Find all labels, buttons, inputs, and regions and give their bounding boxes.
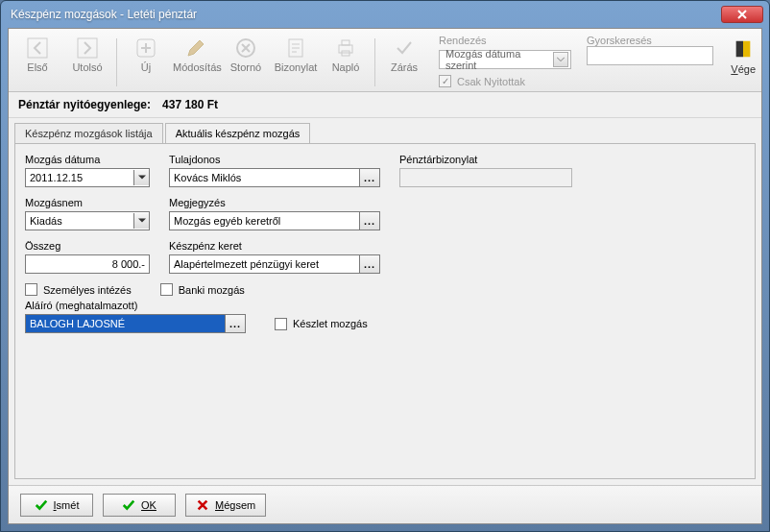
signer-lookup-button[interactable]: ...	[225, 314, 246, 333]
footer: Ismét OK Mégsem	[9, 485, 761, 523]
cancel-icon	[234, 36, 257, 60]
svg-rect-0	[28, 38, 47, 58]
svg-point-3	[237, 39, 254, 57]
again-button[interactable]: Ismét	[20, 494, 93, 517]
toolbar-close-label: Zárás	[391, 61, 418, 73]
stock-label: Készlet mozgás	[293, 318, 368, 329]
again-label: Ismét	[54, 499, 80, 511]
toolbar-edit-label: Módosítás	[173, 61, 222, 73]
titlebar: Készpénz mozgások - Letéti pénztár	[1, 1, 769, 28]
type-label: Mozgásnem	[25, 197, 150, 208]
date-label: Mozgás dátuma	[25, 154, 150, 165]
note-input[interactable]: Mozgás egyéb keretről	[169, 211, 359, 230]
amount-label: Összeg	[25, 240, 150, 252]
first-icon	[26, 36, 49, 60]
personal-checkbox[interactable]: Személyes intézés	[25, 283, 132, 296]
owner-value: Kovács Miklós	[174, 172, 241, 183]
tab-current[interactable]: Aktuális készpénz mozgás	[165, 123, 311, 144]
toolbar-new-label: Új	[141, 61, 151, 73]
toolbar-first-button[interactable]: Első	[14, 33, 60, 73]
chevron-down-icon	[133, 213, 149, 229]
x-red-icon	[196, 498, 209, 512]
receipt-icon	[284, 36, 307, 60]
toolbar-storno-button[interactable]: Stornó	[223, 33, 269, 73]
close-icon	[737, 10, 747, 19]
balance-label: Pénztár nyitóegyenlege:	[18, 98, 151, 111]
toolbar-last-label: Utolsó	[72, 61, 102, 73]
svg-rect-1	[78, 38, 97, 58]
note-lookup-button[interactable]: ...	[359, 211, 380, 230]
tabs: Készpénz mozgások listája Aktuális készp…	[9, 122, 761, 143]
date-value: 2011.12.15	[30, 172, 83, 183]
end-label: Vége	[731, 63, 756, 75]
receipt-readonly	[399, 168, 572, 187]
receipt-label: Pénztárbizonylat	[399, 154, 572, 165]
plus-icon	[134, 36, 157, 60]
quicksearch-input[interactable]	[587, 46, 713, 65]
form-area: Mozgás dátuma 2011.12.15 Tulajdonos Ková…	[14, 143, 756, 479]
checkbox-icon: ✓	[439, 75, 451, 87]
toolbar-receipt-button[interactable]: Bizonylat	[273, 33, 319, 73]
toolbar-first-label: Első	[27, 61, 47, 73]
toolbar-log-button[interactable]: Napló	[323, 33, 369, 73]
tab-list[interactable]: Készpénz mozgások listája	[14, 123, 163, 144]
cancel-button[interactable]: Mégsem	[185, 494, 266, 517]
end-button[interactable]: Vége	[731, 33, 756, 75]
svg-rect-2	[137, 39, 155, 57]
order-combo[interactable]: Mozgás dátuma szerint	[439, 50, 571, 69]
type-value: Kiadás	[30, 215, 62, 227]
only-open-label: Csak Nyitottak	[457, 76, 525, 87]
printer-icon	[334, 36, 357, 60]
check-green-icon	[122, 498, 135, 512]
quicksearch-block: Gyorskeresés	[587, 33, 713, 65]
toolbar-log-label: Napló	[332, 61, 360, 73]
frame-input[interactable]: Alapértelmezett pénzügyi keret	[169, 254, 359, 274]
toolbar-last-button[interactable]: Utolsó	[64, 33, 110, 73]
personal-label: Személyes intézés	[43, 284, 132, 296]
bank-checkbox[interactable]: Banki mozgás	[160, 283, 245, 296]
signer-value: BALOGH LAJOSNÉ	[30, 318, 125, 329]
toolbar-close-button[interactable]: Zárás	[381, 33, 427, 73]
bank-label: Banki mozgás	[179, 284, 245, 296]
cancel-label: Mégsem	[215, 499, 255, 511]
svg-rect-7	[342, 51, 349, 56]
check-green-icon	[35, 498, 48, 512]
close-window-button[interactable]	[721, 6, 763, 23]
signer-input[interactable]: BALOGH LAJOSNÉ	[25, 314, 225, 333]
svg-rect-5	[339, 45, 352, 53]
quicksearch-label: Gyorskeresés	[587, 35, 713, 46]
toolbar-edit-button[interactable]: Módosítás	[173, 33, 219, 73]
frame-value: Alapértelmezett pénzügyi keret	[174, 258, 319, 270]
amount-value: 8 000.-	[112, 258, 145, 270]
last-icon	[76, 36, 99, 60]
svg-rect-9	[743, 41, 750, 58]
checkbox-icon	[25, 283, 37, 296]
owner-label: Tulajdonos	[169, 154, 380, 165]
checkbox-icon	[160, 283, 173, 296]
toolbar-receipt-label: Bizonylat	[275, 61, 318, 73]
balance-value: 437 180 Ft	[162, 98, 218, 111]
balance-row: Pénztár nyitóegyenlege: 437 180 Ft	[9, 92, 761, 118]
amount-input[interactable]: 8 000.-	[25, 254, 150, 274]
checkbox-icon	[275, 318, 287, 330]
svg-rect-4	[289, 39, 302, 57]
toolbar-storno-label: Stornó	[230, 61, 261, 73]
type-select[interactable]: Kiadás	[25, 211, 150, 230]
owner-input[interactable]: Kovács Miklós	[169, 168, 359, 187]
date-input[interactable]: 2011.12.15	[25, 168, 150, 187]
order-block: Rendezés Mozgás dátuma szerint ✓ Csak Ny…	[439, 33, 571, 87]
toolbar-new-button[interactable]: Új	[123, 33, 169, 73]
frame-lookup-button[interactable]: ...	[359, 254, 380, 274]
check-icon	[393, 36, 416, 60]
stock-checkbox[interactable]: Készlet mozgás	[275, 318, 368, 330]
pencil-icon	[184, 36, 207, 60]
ok-button[interactable]: OK	[103, 494, 176, 517]
toolbar-separator	[116, 38, 117, 86]
toolbar: Első Utolsó Új Módosítás Stornó Bizony	[9, 29, 761, 92]
only-open-checkbox[interactable]: ✓ Csak Nyitottak	[439, 75, 571, 87]
owner-lookup-button[interactable]: ...	[359, 168, 380, 187]
window-title: Készpénz mozgások - Letéti pénztár	[11, 8, 197, 21]
exit-icon	[733, 38, 754, 60]
client-area: Első Utolsó Új Módosítás Stornó Bizony	[8, 28, 762, 524]
chevron-down-icon	[553, 52, 568, 67]
